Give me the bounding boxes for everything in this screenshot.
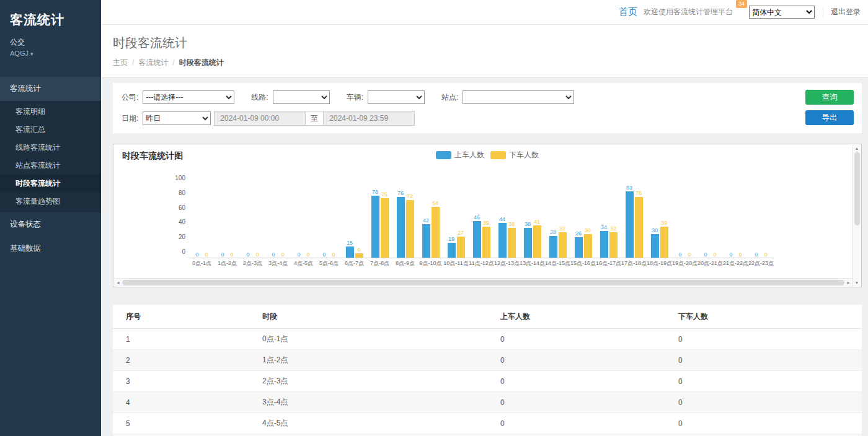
sidebar-item-device-status[interactable]: 设备状态	[0, 212, 101, 237]
breadcrumb-home[interactable]: 主页	[113, 58, 128, 67]
chart-bar-group: 004点-5点	[291, 178, 316, 268]
date-end-input[interactable]	[323, 111, 415, 126]
bar-value-label: 6	[357, 246, 360, 253]
scroll-right-icon[interactable]: ►	[846, 281, 851, 285]
bar	[473, 221, 481, 258]
bar	[533, 225, 541, 258]
bar	[635, 197, 643, 258]
legend-item[interactable]: 下车人数	[490, 150, 539, 160]
x-tick-label: 1点-2点	[218, 258, 237, 268]
table-row: 54点-5点00	[113, 413, 862, 434]
table-cell: 2	[113, 350, 257, 371]
query-button[interactable]: 查询	[805, 90, 854, 105]
home-link[interactable]: 首页	[619, 6, 637, 18]
scroll-up-icon[interactable]: ▲	[855, 146, 859, 150]
date-start-input[interactable]	[214, 111, 306, 126]
bar-value-label: 15	[347, 240, 353, 246]
x-tick-label: 21点-22点	[723, 258, 748, 268]
vertical-scroll-thumb[interactable]	[854, 152, 860, 225]
x-tick-label: 16点-17点	[596, 258, 621, 268]
bar-value-label: 76	[397, 190, 404, 196]
company-select[interactable]: ---请选择---	[143, 90, 234, 104]
chart-legend: 上车人数下车人数	[436, 150, 539, 160]
x-tick-label: 5点-6点	[319, 258, 339, 268]
table-cell: 4点-5点	[257, 413, 495, 434]
sidebar-item-trend-chart[interactable]: 客流量趋势图	[0, 193, 101, 211]
welcome-text: 欢迎使用客流统计管理平台	[644, 7, 733, 17]
sidebar-item-line-stats[interactable]: 线路客流统计	[0, 139, 101, 157]
bar	[600, 231, 608, 258]
sidebar-item-base-data[interactable]: 基础数据	[0, 237, 101, 261]
chart-horizontal-scrollbar[interactable]: ◄ ►	[114, 278, 852, 286]
bar	[457, 237, 465, 258]
y-tick-label: 80	[179, 190, 185, 196]
sidebar-submenu: 客流明细 客流汇总 线路客流统计 站点客流统计 时段客流统计 客流量趋势图	[0, 101, 101, 212]
logout-link[interactable]: 退出登录	[823, 7, 861, 17]
x-tick-label: 22点-23点	[748, 258, 774, 268]
filter-actions: 查询 导出	[805, 90, 854, 125]
chart-bar-group: 0020点-21点	[698, 178, 723, 268]
table-header-cell: 序号	[113, 305, 257, 329]
bar-value-label: 39	[483, 220, 489, 226]
chart-bar-group: 003点-4点	[265, 178, 291, 268]
breadcrumb-separator: /	[172, 58, 174, 67]
sidebar-item-station-stats[interactable]: 站点客流统计	[0, 157, 101, 175]
bar-value-label: 0	[255, 251, 259, 258]
language-select[interactable]: 简体中文	[749, 6, 815, 19]
line-select[interactable]	[273, 90, 330, 104]
x-tick-label: 17点-18点	[621, 258, 647, 268]
bar	[498, 223, 507, 258]
table-cell: 0	[495, 392, 673, 413]
y-tick-label: 100	[175, 175, 185, 181]
table-cell: 1点-2点	[257, 350, 495, 371]
export-button[interactable]: 导出	[805, 110, 854, 125]
sidebar-item-period-stats[interactable]: 时段客流统计	[0, 175, 101, 193]
bar-value-label: 0	[688, 251, 691, 258]
legend-item[interactable]: 上车人数	[436, 150, 484, 160]
chart-area: 100806040200 000点-1点001点-2点002点-3点003点-4…	[172, 178, 852, 268]
table-cell: 3点-4点	[257, 392, 495, 413]
bar-value-label: 0	[322, 251, 326, 258]
bar-value-label: 72	[407, 193, 413, 199]
chart-vertical-scrollbar[interactable]: ▲ ▼	[852, 145, 861, 286]
station-select[interactable]	[463, 90, 574, 104]
bar-value-label: 28	[550, 229, 556, 235]
sidebar-item-passenger-summary[interactable]: 客流汇总	[0, 121, 101, 139]
table-cell: 4	[113, 392, 257, 413]
x-tick-label: 20点-21点	[698, 258, 723, 268]
sidebar-item-passenger-detail[interactable]: 客流明细	[0, 103, 101, 121]
chart-bar-group: 837617点-18点	[621, 178, 647, 268]
notification-badge[interactable]: 34	[736, 0, 747, 8]
bar	[651, 234, 659, 258]
table-row: 65点-6点00	[113, 434, 862, 436]
filter-panel: 公司: ---请选择--- 线路: 车辆: 站点:	[113, 83, 862, 133]
x-tick-label: 9点-10点	[419, 258, 441, 268]
page-header: 时段客流统计 主页/客流统计/时段客流统计	[101, 25, 868, 78]
bar-value-label: 0	[272, 251, 275, 258]
scroll-left-icon[interactable]: ◄	[116, 281, 120, 285]
line-label: 线路:	[251, 92, 268, 103]
x-tick-label: 14点-15点	[545, 258, 570, 268]
station-label: 站点:	[441, 92, 458, 103]
breadcrumb-section[interactable]: 客流统计	[138, 58, 168, 67]
x-tick-label: 12点-13点	[494, 258, 520, 268]
bar-value-label: 0	[738, 251, 742, 258]
date-preset-select[interactable]: 昨日	[143, 111, 211, 125]
scroll-down-icon[interactable]: ▼	[855, 281, 859, 285]
bar-value-label: 76	[636, 190, 642, 196]
bar-value-label: 75	[381, 191, 388, 198]
org-selector[interactable]: AQGJ▾	[10, 50, 91, 57]
horizontal-scroll-thumb[interactable]	[122, 280, 844, 286]
table-header-cell: 下车人数	[673, 305, 862, 329]
chart-bar-group: 0019点-20点	[672, 178, 698, 268]
chart-bar-group: 384113点-14点	[520, 178, 545, 268]
vehicle-select[interactable]	[368, 90, 425, 104]
bar-value-label: 64	[432, 200, 438, 206]
chart-bar-group: 002点-3点	[240, 178, 265, 268]
bar-value-label: 0	[230, 251, 233, 258]
sidebar-item-passenger-stats[interactable]: 客流统计	[0, 77, 101, 101]
x-tick-label: 0点-1点	[192, 258, 211, 268]
bar-value-label: 0	[246, 251, 249, 258]
bar-value-label: 0	[297, 251, 300, 258]
table-cell: 0	[673, 350, 862, 371]
